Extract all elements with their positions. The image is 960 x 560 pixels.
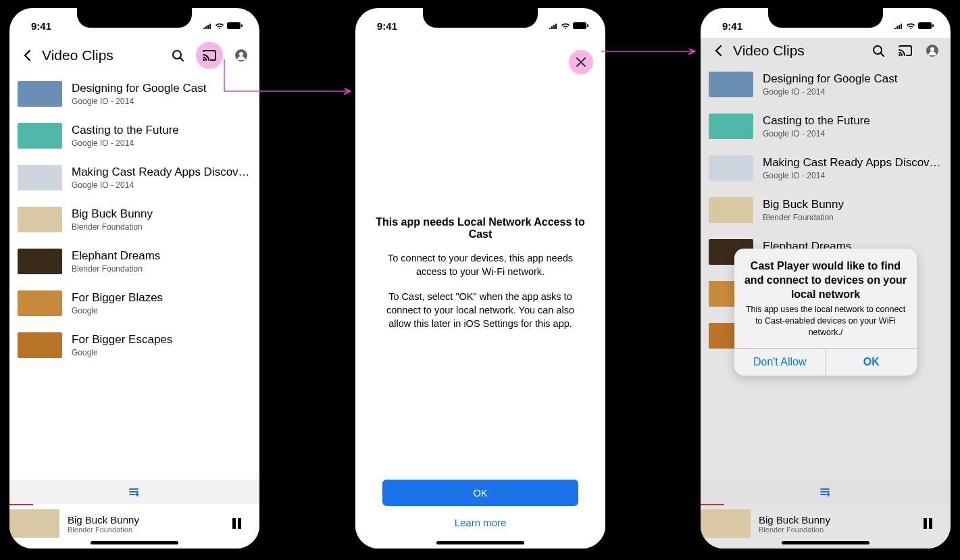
flow-arrow-2 <box>0 0 960 560</box>
